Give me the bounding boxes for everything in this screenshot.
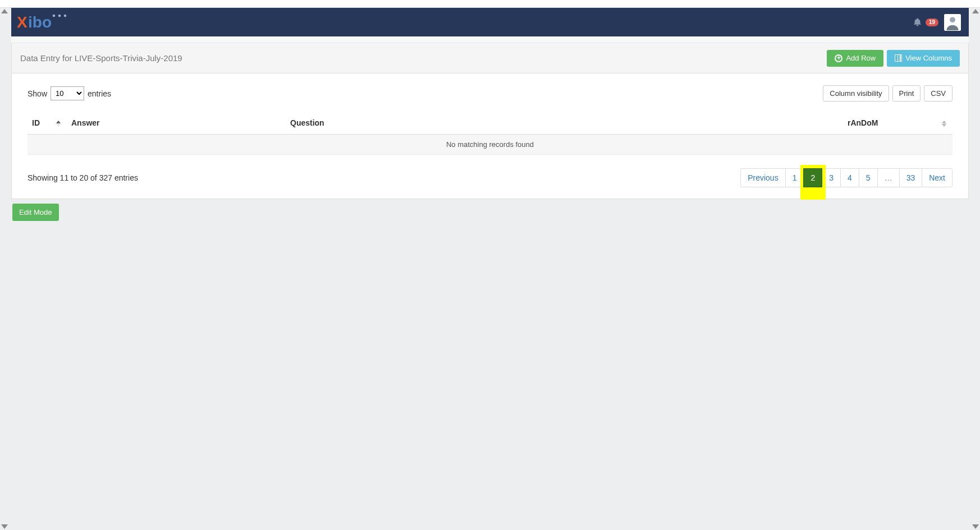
empty-message: No matching records found [28,135,952,155]
sort-asc-icon [54,119,62,127]
add-row-label: Add Row [846,54,876,62]
page-ellipsis: … [877,168,900,187]
column-header-question-label: Question [290,118,324,127]
svg-point-3 [58,14,61,16]
brand-logo[interactable]: X ibo [17,8,68,36]
sub-bar [11,36,969,43]
scroll-down-icon[interactable] [972,524,979,529]
column-header-random[interactable]: rAnDoM [843,113,952,135]
page-next[interactable]: Next [922,168,952,187]
column-header-id-label: ID [32,118,40,127]
data-entry-panel: Data Entry for LIVE-Sports-Trivia-July-2… [11,43,969,199]
table-empty-row: No matching records found [28,135,952,155]
page-title: Data Entry for LIVE-Sports-Trivia-July-2… [20,53,182,63]
view-columns-label: View Columns [905,54,952,62]
panel-heading: Data Entry for LIVE-Sports-Trivia-July-2… [11,43,969,73]
app-frame: X ibo 19 [11,8,969,530]
notification-badge: 19 [926,19,938,26]
show-label: Show [28,89,47,98]
table-info: Showing 11 to 20 of 327 entries [28,173,138,182]
pagination: Previous 1 2 3 4 5 … 33 Next [741,168,952,187]
column-header-random-label: rAnDoM [848,118,878,127]
sort-icon [940,119,948,127]
svg-point-4 [64,14,66,16]
page-previous[interactable]: Previous [740,168,785,187]
view-columns-button[interactable]: View Columns [887,50,960,67]
panel-body: Show 10 entries Column visibility Print … [11,73,969,199]
page-2[interactable]: 2 [803,168,822,187]
data-table: ID Answer Question [28,113,952,155]
left-scrollbar[interactable] [0,8,11,530]
edit-mode-button[interactable]: Edit Mode [12,204,59,221]
svg-point-5 [950,17,955,22]
entries-label: entries [88,89,111,98]
column-header-question[interactable]: Question [286,113,843,135]
scroll-down-icon[interactable] [1,524,8,529]
user-avatar[interactable] [944,14,961,31]
scroll-up-icon[interactable] [972,9,979,13]
column-visibility-button[interactable]: Column visibility [823,85,889,102]
print-button[interactable]: Print [892,85,921,102]
add-row-button[interactable]: + Add Row [827,50,883,67]
column-header-id[interactable]: ID [28,113,67,135]
notifications[interactable]: 19 [913,17,938,27]
scroll-up-icon[interactable] [1,9,8,13]
bell-icon [913,17,922,27]
plus-circle-icon: + [835,54,842,62]
svg-text:ibo: ibo [28,13,52,31]
csv-button[interactable]: CSV [924,85,952,102]
page-5[interactable]: 5 [859,168,878,187]
page-4[interactable]: 4 [840,168,859,187]
right-scrollbar[interactable] [969,8,980,530]
column-header-answer[interactable]: Answer [67,113,286,135]
show-entries: Show 10 entries [28,86,111,100]
column-header-answer-label: Answer [71,118,100,127]
entries-select[interactable]: 10 [51,86,84,100]
avatar-icon [945,15,960,30]
browser-bookmark-bar [0,0,980,8]
svg-text:X: X [17,13,28,31]
svg-point-2 [53,14,55,16]
columns-icon [895,54,902,62]
top-nav: X ibo 19 [11,8,969,36]
page-33[interactable]: 33 [899,168,923,187]
